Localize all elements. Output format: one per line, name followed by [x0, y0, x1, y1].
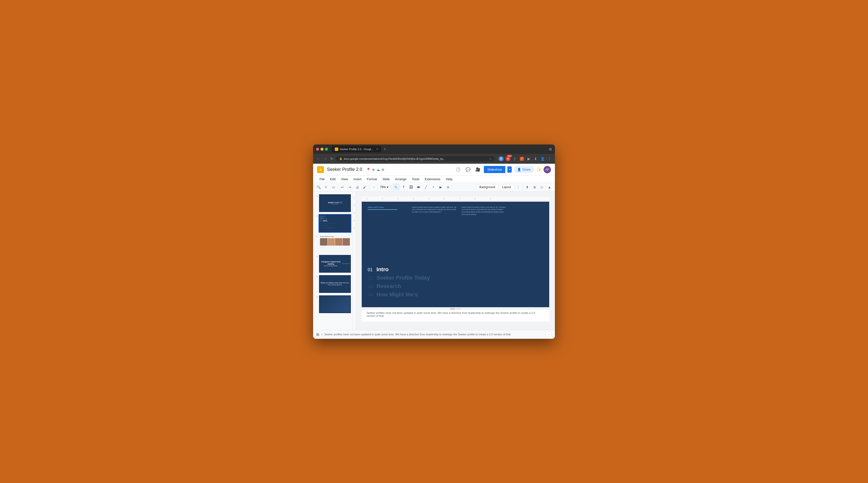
text-tool[interactable]: T: [400, 184, 407, 191]
bookmark-icon[interactable]: ☆: [489, 157, 492, 161]
slide-item-2[interactable]: 2 What we'll cover 01Intro 02Seeker Prof…: [314, 214, 351, 233]
collapse-toolbar[interactable]: ▲: [546, 184, 553, 191]
slideshow-dropdown[interactable]: ▾: [507, 166, 512, 172]
menu-format[interactable]: Format: [365, 176, 379, 182]
extension-4[interactable]: P: [519, 156, 525, 162]
user-avatar[interactable]: AP: [544, 166, 551, 173]
animate-tool[interactable]: ▷: [538, 184, 546, 191]
comments-button[interactable]: 💬: [464, 166, 472, 173]
zoom-out-tool[interactable]: −: [370, 184, 377, 191]
slide-paragraph-1: Seeker profiles have not been updated in…: [412, 206, 457, 216]
toc-row-3: 03 Research: [368, 283, 543, 289]
menu-extensions[interactable]: Extensions: [423, 176, 443, 182]
share-button[interactable]: 👤 File Share: [514, 166, 534, 173]
menu-file[interactable]: File: [317, 176, 327, 182]
minimize-button[interactable]: [320, 148, 323, 151]
more-options-icon[interactable]: ⋮: [547, 156, 552, 162]
extension-5[interactable]: ▶: [526, 156, 532, 162]
slideshow-button[interactable]: Slideshow: [484, 166, 505, 173]
slide-item-5[interactable]: 5 Seekers are willing to share more info…: [314, 275, 351, 293]
print-tool[interactable]: 🖨: [354, 184, 361, 191]
tab-close-icon[interactable]: ✕: [376, 148, 378, 151]
tab-favicon: [335, 148, 338, 151]
active-tab[interactable]: Seeker Profile 2.0 - Google S ✕: [332, 146, 381, 152]
slide-thumbnail-3[interactable]: Design & Research Team —————: [318, 234, 351, 253]
title-action-icons: 📍 ★ ☁ ⊕: [366, 168, 384, 171]
document-title[interactable]: Seeker Profile 2.0: [327, 167, 362, 172]
undo-tool[interactable]: ↩: [339, 184, 346, 191]
menu-edit[interactable]: Edit: [328, 176, 338, 182]
speaker-notes-text: Seeker profiles have not been updated in…: [367, 312, 535, 317]
slide-header-left: What we'll cover: [368, 206, 407, 216]
video-tool[interactable]: ▶: [437, 184, 444, 191]
menu-slide[interactable]: Slide: [380, 176, 392, 182]
line-tool[interactable]: ╱: [423, 184, 429, 191]
slide-item-4[interactable]: 4 Caregivers expect trust building to be…: [314, 254, 351, 273]
search-tool[interactable]: 🔍: [315, 184, 322, 191]
upload-image-tool[interactable]: ⬆: [524, 184, 531, 191]
bottom-bar: ⊞ ‹ Seeker profiles have not been update…: [313, 330, 555, 339]
image-tool[interactable]: 🖼: [408, 184, 414, 191]
svg-text:S: S: [319, 168, 321, 171]
slide-thumbnail-1[interactable]: Seeker Profile 2.0: [318, 194, 351, 213]
extension-6[interactable]: ⬇: [533, 156, 538, 162]
shape-tool[interactable]: ⬬: [415, 184, 422, 191]
cloud-icon[interactable]: ☁: [376, 168, 380, 171]
slide-item-3[interactable]: 3 Design & Research Team —————: [314, 234, 351, 253]
collapse-panel-button[interactable]: ‹: [321, 332, 322, 336]
address-bar[interactable]: 🔒 docs.google.com/presentation/d/1vgJ7lw…: [336, 156, 495, 161]
extension-1[interactable]: G: [498, 156, 504, 162]
layout-button[interactable]: Layout: [499, 184, 514, 190]
extension-new[interactable]: N New: [505, 156, 511, 162]
slide-item-6[interactable]: 6: [314, 295, 351, 314]
cursor-tool[interactable]: ↖: [393, 184, 400, 191]
forward-button[interactable]: →: [322, 156, 328, 162]
slide-thumbnail-6[interactable]: [318, 295, 351, 314]
image-insert-tool[interactable]: ▭: [330, 184, 337, 191]
speaker-notes[interactable]: Seeker profiles have not been updated in…: [362, 309, 549, 322]
menu-help[interactable]: Help: [443, 176, 455, 182]
menu-view[interactable]: View: [339, 176, 350, 182]
slide-thumbnail-2[interactable]: What we'll cover 01Intro 02Seeker Profil…: [318, 214, 351, 233]
expand-notes-button[interactable]: ›: [546, 331, 552, 337]
zoom-control[interactable]: 75% ▾: [378, 185, 391, 190]
close-button[interactable]: [316, 148, 319, 151]
line-dropdown[interactable]: ▾: [430, 184, 437, 191]
camera-button[interactable]: 🎥: [474, 166, 482, 173]
maximize-button[interactable]: [325, 148, 328, 151]
new-tab-button[interactable]: +: [382, 147, 388, 151]
wordart-tool[interactable]: A: [444, 184, 452, 191]
slide-top-bar: What we'll cover Seeker profiles have no…: [362, 202, 549, 216]
more-tools[interactable]: ⋮: [515, 184, 522, 191]
redo-tool[interactable]: ↪: [346, 184, 353, 191]
slide-panel[interactable]: 1 Seeker Profile 2.0 2: [313, 192, 352, 330]
paint-format-tool[interactable]: 🖌: [361, 184, 368, 191]
history-button[interactable]: 🕐: [454, 166, 462, 173]
toc-row-4: 04 How Might We's: [368, 291, 543, 298]
extension-7[interactable]: 👤: [539, 156, 546, 162]
gdrive-icon[interactable]: ⊕: [381, 168, 384, 171]
grid-view-button[interactable]: ⊞: [316, 332, 319, 337]
extension-3[interactable]: ƒ: [512, 156, 518, 162]
refresh-button[interactable]: ↻: [330, 156, 334, 162]
select-tool[interactable]: ⊕: [531, 184, 538, 191]
back-button[interactable]: ←: [316, 156, 321, 162]
ai-assistant-button[interactable]: ✨: [536, 167, 541, 172]
slide-thumbnail-5[interactable]: Seekers are willing to share more inform…: [318, 275, 351, 293]
star-icon[interactable]: ★: [372, 168, 375, 171]
menu-arrange[interactable]: Arrange: [393, 176, 409, 182]
what-we-cover-label: What we'll cover: [368, 206, 397, 210]
canvas-area[interactable]: 1 2 3 4 5 6 7 8 9 What we'll cover: [356, 192, 555, 330]
toc-number-1: 01: [368, 267, 373, 272]
background-button[interactable]: Background: [476, 184, 498, 190]
slide-thumbnail-4[interactable]: Caregivers expect trust building to be a…: [318, 254, 351, 273]
extensions-icon[interactable]: ⊞: [549, 147, 552, 151]
menu-tools[interactable]: Tools: [409, 176, 422, 182]
location-pin-icon[interactable]: 📍: [366, 168, 370, 171]
menu-insert[interactable]: Insert: [351, 176, 364, 182]
slide-thumb-content-5: Seekers are willing to share more inform…: [319, 275, 351, 293]
slide-thumb-content-1: Seeker Profile 2.0: [319, 194, 351, 212]
slide-item-1[interactable]: 1 Seeker Profile 2.0: [314, 194, 351, 213]
add-tool[interactable]: +: [322, 184, 330, 191]
slide-main[interactable]: What we'll cover Seeker profiles have no…: [362, 202, 549, 307]
